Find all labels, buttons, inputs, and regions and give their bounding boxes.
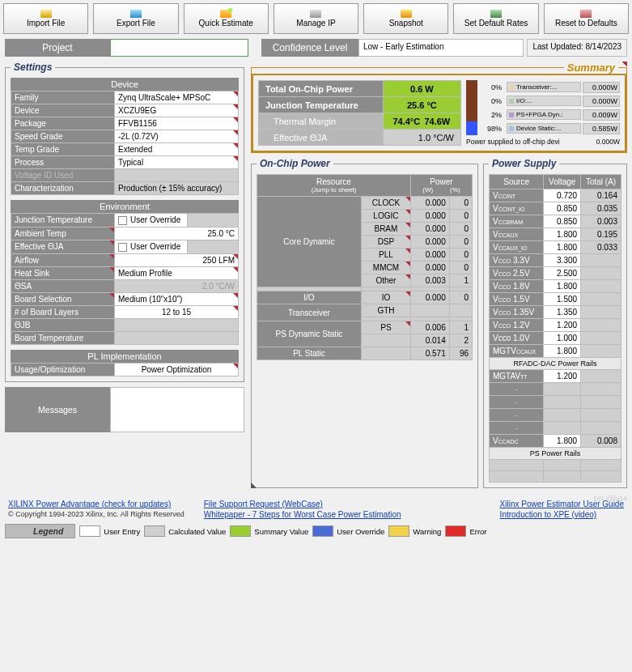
- ocp-cat-io: I/O: [257, 291, 362, 304]
- ps-total: [581, 267, 621, 280]
- ps-source: Vcco 1.0V: [490, 332, 544, 345]
- ambient-value[interactable]: 25.0 °C: [115, 227, 239, 240]
- ps-voltage[interactable]: 1.800: [544, 228, 581, 241]
- reset-defaults-button[interactable]: Reset to Defaults: [544, 3, 629, 34]
- family-value[interactable]: Zynq UltraScale+ MPSoC: [115, 91, 239, 104]
- whitepaper-link[interactable]: Whitepaper - 7 Steps for Worst Case Powe…: [204, 510, 401, 519]
- jt-label: Junction Temperature: [11, 214, 115, 228]
- legend-strip: Legend User EntryCalculated ValueSummary…: [5, 524, 627, 538]
- jt-value: [188, 214, 239, 228]
- ps-total: 0.003: [581, 215, 621, 228]
- ojb-value: [115, 318, 239, 331]
- ps-voltage[interactable]: 2.500: [544, 267, 581, 280]
- snapshot-button[interactable]: Snapshot: [363, 3, 448, 34]
- package-value[interactable]: FFVB1156: [115, 117, 239, 130]
- ps-voltage[interactable]: 1.800: [544, 241, 581, 254]
- ocp-io-link[interactable]: IO: [361, 291, 410, 304]
- intro-video-link[interactable]: Introduction to XPE (video): [500, 510, 624, 519]
- tocp-label: Total On-Chip Power: [259, 81, 384, 97]
- ps-source: VCCO 1.5V: [490, 293, 544, 306]
- export-file-button[interactable]: Export File: [93, 3, 178, 34]
- ps-source: MGTVCCAUX: [490, 345, 544, 358]
- ps-source: VCCO 3.3V: [490, 254, 544, 267]
- thermal-margin-value: 74.4°C74.6W: [383, 113, 460, 130]
- ps-voltage[interactable]: 1.200: [544, 319, 581, 332]
- ps-voltage[interactable]: 0.850: [544, 202, 581, 215]
- board-layers-value[interactable]: 12 to 15: [115, 305, 239, 318]
- ocp-jump-logic[interactable]: LOGIC: [361, 210, 410, 223]
- device-value[interactable]: XCZU9EG: [115, 104, 239, 117]
- power-advantage-link[interactable]: XILINX Power Advantage (check for update…: [8, 500, 185, 508]
- ps-voltage[interactable]: 0.720: [544, 189, 581, 202]
- ocp-jump-other[interactable]: Other: [361, 274, 410, 287]
- onchip-power-fieldset: On-Chip Power Resource(Jump to sheet)Pow…: [251, 158, 478, 488]
- ps-h-t: Total (A): [581, 175, 621, 189]
- speed-grade-value[interactable]: -2L (0.72V): [115, 130, 239, 143]
- ps-total: [581, 254, 621, 267]
- airflow-value[interactable]: 250 LFM: [115, 253, 239, 266]
- process-value[interactable]: Typical: [115, 156, 239, 169]
- jt-override-cell[interactable]: User Override: [115, 214, 188, 228]
- voltage-id-value: [115, 169, 239, 182]
- ps-total: 0.195: [581, 228, 621, 241]
- environment-table: Junction TemperatureUser Override Ambien…: [11, 213, 239, 345]
- messages-box[interactable]: [110, 387, 244, 432]
- ps-voltage[interactable]: 1.500: [544, 293, 581, 306]
- ps-source: VCCBRAM: [490, 215, 544, 228]
- messages-label: Messages: [5, 387, 110, 432]
- eja-override-cell[interactable]: User Override: [115, 240, 188, 253]
- ps-total: 0.035: [581, 202, 621, 215]
- quick-estimate-button[interactable]: Quick Estimate: [184, 3, 269, 34]
- legend-swatch: [388, 525, 409, 537]
- folder-open-icon: [40, 10, 52, 18]
- ps-total: 0.033: [581, 241, 621, 254]
- settings-fieldset: Settings Device FamilyZynq UltraScale+ M…: [5, 62, 244, 382]
- ps-voltage[interactable]: 1.000: [544, 332, 581, 345]
- temp-grade-value[interactable]: Extended: [115, 143, 239, 156]
- project-input[interactable]: [110, 39, 248, 57]
- ps-source: VCCINT: [490, 189, 544, 202]
- quick-estimate-icon: [220, 10, 231, 18]
- file-support-link[interactable]: File Support Request (WebCase): [204, 500, 401, 508]
- ocp-ps-link[interactable]: PS: [361, 321, 410, 334]
- usage-opt-value[interactable]: Power Optimization: [115, 363, 239, 376]
- pl-impl-table: Usage/OptimizationPower Optimization: [11, 363, 239, 376]
- family-label: Family: [11, 91, 115, 104]
- manage-ip-button[interactable]: Manage IP: [274, 3, 358, 34]
- ps-h-v: Voltage: [544, 175, 581, 189]
- swatch-icon: [466, 80, 477, 94]
- ocp-jump-clock[interactable]: CLOCK: [361, 197, 410, 210]
- ocp-jump-pll[interactable]: PLL: [361, 249, 410, 262]
- ps-voltage[interactable]: 1.800: [544, 345, 581, 358]
- ps-voltage[interactable]: 1.800: [544, 280, 581, 293]
- ps-total: [581, 293, 621, 306]
- ocp-jump-mmcm[interactable]: MMCM: [361, 262, 410, 274]
- heatsink-value[interactable]: Medium Profile: [115, 266, 239, 279]
- device-header: Device: [11, 78, 239, 91]
- usage-opt-label: Usage/Optimization: [11, 363, 115, 376]
- ocp-jump-dsp[interactable]: DSP: [361, 236, 410, 249]
- eja-value: [188, 240, 239, 253]
- ps-voltage[interactable]: 0.850: [544, 215, 581, 228]
- import-file-button[interactable]: Import File: [3, 3, 88, 34]
- ps-mgtav: MGTAVTT: [490, 370, 544, 383]
- sum-eja-label: Effective ΘJA: [259, 130, 384, 146]
- power-supply-fieldset: Power Supply SourceVoltageTotal (A) VCCI…: [483, 158, 627, 488]
- airflow-label: Airflow: [11, 253, 115, 266]
- ps-voltage[interactable]: 3.300: [544, 254, 581, 267]
- summary-legend: Summary: [564, 62, 618, 74]
- board-sel-value[interactable]: Medium (10"x10"): [115, 292, 239, 305]
- summary-fieldset: Summary Total On-Chip Power0.6 W Junctio…: [251, 62, 627, 153]
- ps-power-rails-header[interactable]: PS Power Rails: [490, 448, 621, 460]
- ps-voltage[interactable]: 1.350: [544, 306, 581, 319]
- jt-override-checkbox[interactable]: [118, 216, 127, 225]
- eja-override-checkbox[interactable]: [118, 243, 127, 252]
- set-default-rates-button[interactable]: Set Default Rates: [453, 3, 538, 34]
- tocp-value: 0.6 W: [383, 81, 460, 97]
- ocp-gth-link[interactable]: GTH: [361, 304, 410, 317]
- confidence-value[interactable]: Low - Early Estimation: [358, 39, 524, 57]
- ps-source: VCCO 1.8V: [490, 280, 544, 293]
- ps-source: VCCINT_IO: [490, 202, 544, 215]
- rfadc-dac-header[interactable]: RFADC-DAC Power Rails: [490, 358, 621, 370]
- ocp-jump-bram[interactable]: BRAM: [361, 223, 410, 236]
